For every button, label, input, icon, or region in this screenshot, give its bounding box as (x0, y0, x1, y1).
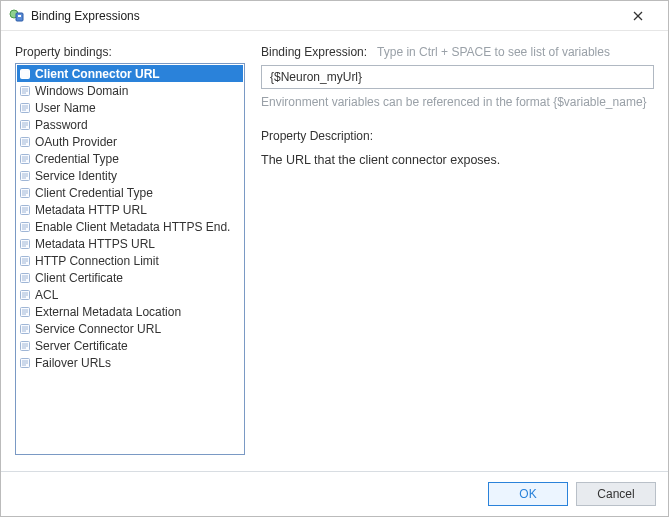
list-item[interactable]: Service Identity (17, 167, 243, 184)
property-icon (19, 357, 31, 369)
right-panel: Binding Expression: Type in Ctrl + SPACE… (261, 45, 654, 455)
list-item-label: External Metadata Location (35, 305, 181, 319)
env-var-help: Environment variables can be referenced … (261, 95, 654, 109)
list-item[interactable]: Enable Client Metadata HTTPS End. (17, 218, 243, 235)
property-icon (19, 289, 31, 301)
property-icon (19, 153, 31, 165)
dialog-window: Binding Expressions Property bindings: C… (0, 0, 669, 517)
list-item[interactable]: User Name (17, 99, 243, 116)
list-item[interactable]: OAuth Provider (17, 133, 243, 150)
property-icon (19, 238, 31, 250)
list-item-label: Enable Client Metadata HTTPS End. (35, 220, 230, 234)
list-item-label: Client Credential Type (35, 186, 153, 200)
content-area: Property bindings: Client Connector URLW… (1, 31, 668, 463)
list-item[interactable]: Password (17, 116, 243, 133)
list-item[interactable]: Client Certificate (17, 269, 243, 286)
left-panel: Property bindings: Client Connector URLW… (15, 45, 245, 455)
titlebar: Binding Expressions (1, 1, 668, 31)
list-item[interactable]: ACL (17, 286, 243, 303)
property-description-text: The URL that the client connector expose… (261, 153, 654, 167)
list-item-label: Password (35, 118, 88, 132)
list-item[interactable]: Credential Type (17, 150, 243, 167)
window-title: Binding Expressions (31, 9, 618, 23)
list-item[interactable]: Service Connector URL (17, 320, 243, 337)
list-item[interactable]: External Metadata Location (17, 303, 243, 320)
property-icon (19, 340, 31, 352)
list-item-label: OAuth Provider (35, 135, 117, 149)
list-item-label: HTTP Connection Limit (35, 254, 159, 268)
list-item-label: Windows Domain (35, 84, 128, 98)
property-description-label: Property Description: (261, 129, 654, 143)
ok-button[interactable]: OK (488, 482, 568, 506)
list-item-label: Metadata HTTP URL (35, 203, 147, 217)
list-item[interactable]: Client Credential Type (17, 184, 243, 201)
property-icon (19, 272, 31, 284)
list-item[interactable]: HTTP Connection Limit (17, 252, 243, 269)
property-icon (19, 102, 31, 114)
list-item[interactable]: Metadata HTTP URL (17, 201, 243, 218)
list-item-label: Service Connector URL (35, 322, 161, 336)
property-icon (19, 136, 31, 148)
property-icon (19, 187, 31, 199)
binding-expression-input[interactable] (261, 65, 654, 89)
list-item-label: Failover URLs (35, 356, 111, 370)
list-item[interactable]: Server Certificate (17, 337, 243, 354)
list-item-label: Service Identity (35, 169, 117, 183)
app-icon (9, 8, 25, 24)
close-button[interactable] (618, 2, 658, 30)
list-item-label: Server Certificate (35, 339, 128, 353)
property-bindings-label: Property bindings: (15, 45, 245, 59)
svg-rect-2 (18, 15, 21, 17)
list-item-label: Client Certificate (35, 271, 123, 285)
binding-expression-label: Binding Expression: (261, 45, 367, 59)
list-item[interactable]: Windows Domain (17, 82, 243, 99)
property-listbox[interactable]: Client Connector URLWindows DomainUser N… (15, 63, 245, 455)
binding-expression-hint: Type in Ctrl + SPACE to see list of vari… (377, 45, 610, 59)
property-icon (19, 170, 31, 182)
property-icon (19, 85, 31, 97)
list-item[interactable]: Metadata HTTPS URL (17, 235, 243, 252)
list-item-label: User Name (35, 101, 96, 115)
list-item-label: Client Connector URL (35, 67, 160, 81)
list-item[interactable]: Failover URLs (17, 354, 243, 371)
property-icon (19, 255, 31, 267)
property-icon (19, 323, 31, 335)
list-item-label: Credential Type (35, 152, 119, 166)
property-icon (19, 221, 31, 233)
property-icon (19, 306, 31, 318)
property-icon (19, 204, 31, 216)
cancel-button[interactable]: Cancel (576, 482, 656, 506)
property-icon (19, 119, 31, 131)
property-icon (19, 68, 31, 80)
dialog-footer: OK Cancel (1, 472, 668, 516)
list-item-label: ACL (35, 288, 58, 302)
list-item-label: Metadata HTTPS URL (35, 237, 155, 251)
list-item[interactable]: Client Connector URL (17, 65, 243, 82)
